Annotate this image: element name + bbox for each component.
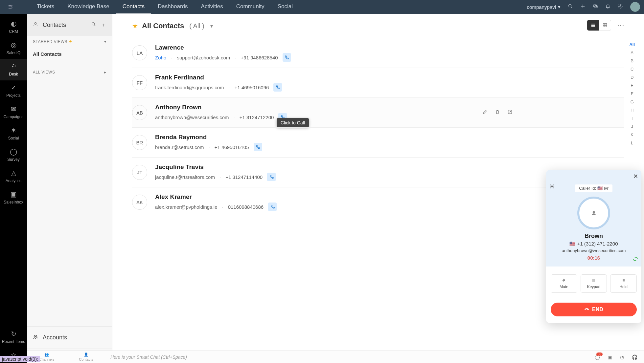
inbox-icon[interactable]: ▣ (608, 354, 612, 360)
app-social[interactable]: ✶Social (0, 123, 27, 144)
svg-rect-29 (624, 279, 624, 281)
keypad-button[interactable]: Keypad (581, 274, 607, 293)
alpha-i[interactable]: I (629, 116, 635, 121)
group-label-text: STARRED VIEWS (33, 39, 67, 44)
contact-email: alex.kramer@pvpholdings.ie (155, 204, 218, 210)
keypad-icon (592, 278, 596, 283)
avatar: FF (132, 75, 147, 90)
alpha-h[interactable]: H (629, 108, 635, 113)
starred-views-label[interactable]: STARRED VIEWS ★ ▾ (27, 36, 112, 47)
app-label: Recent Items (2, 339, 25, 344)
alpha-l[interactable]: L (629, 140, 635, 145)
sidebar-item-all-contacts[interactable]: All Contacts (27, 47, 112, 61)
contact-row[interactable]: AB Anthony Brown anthonybrown@wesecuriti… (132, 97, 624, 127)
contact-name: Frank Ferdinand (155, 74, 282, 81)
alpha-a[interactable]: A (629, 50, 635, 55)
contact-body: Alex Kramer alex.kramer@pvpholdings.ie ·… (155, 193, 277, 211)
app-recent-items[interactable]: ↻Recent Items (0, 327, 27, 348)
call-button[interactable] (267, 173, 276, 181)
alpha-d[interactable]: D (629, 75, 635, 80)
delete-icon[interactable] (495, 109, 500, 116)
end-call-button[interactable]: END (551, 303, 637, 316)
caller-id-value: Ivr (604, 186, 608, 191)
call-button[interactable] (254, 143, 262, 151)
chat-icon[interactable] (593, 4, 598, 10)
hold-button[interactable]: Hold (610, 274, 637, 293)
transfer-icon[interactable] (632, 256, 639, 264)
contact-row[interactable]: LA Lawrence Zoho · support@zohodesk.com … (132, 38, 624, 68)
tab-tickets[interactable]: Tickets (30, 0, 61, 14)
mute-button[interactable]: Mute (551, 274, 577, 293)
open-icon[interactable] (507, 109, 513, 116)
app-crm[interactable]: ◐CRM (0, 16, 27, 38)
search-icon[interactable] (91, 22, 96, 28)
tab-activities[interactable]: Activities (195, 0, 230, 14)
app-label: Analytics (6, 179, 21, 183)
alpha-f[interactable]: F (629, 91, 635, 96)
more-menu-icon[interactable]: ⋯ (617, 21, 624, 30)
bell-icon[interactable] (605, 4, 610, 10)
coin-icon[interactable]: ◯50 (595, 354, 600, 360)
app-salesiq[interactable]: ◎SalesIQ (0, 38, 27, 59)
call-button[interactable] (273, 83, 282, 92)
grid-view-button[interactable] (599, 20, 611, 31)
alpha-b[interactable]: B (629, 58, 635, 63)
star-icon[interactable]: ★ (132, 22, 138, 30)
mute-label: Mute (560, 285, 568, 289)
separator-dot: · (234, 115, 235, 120)
topbar-tabs: Tickets Knowledge Base Contacts Dashboar… (30, 0, 299, 14)
accounts-icon (33, 334, 38, 341)
app-survey[interactable]: ◯Survey (0, 144, 27, 166)
contact-row[interactable]: BR Brenda Raymond brenda.r@setrust.com ·… (132, 127, 624, 157)
smart-chat-input[interactable]: Here is your Smart Chat (Ctrl+Space) (106, 354, 595, 360)
app-label: Projects (6, 93, 20, 98)
close-icon[interactable]: ✕ (633, 173, 638, 180)
chevron-down-icon[interactable]: ▾ (210, 23, 213, 29)
user-avatar[interactable] (630, 2, 640, 12)
app-desk[interactable]: ⚐Desk (0, 59, 27, 80)
contact-email: anthonybrown@wesecurities.com (155, 115, 229, 120)
contact-row[interactable]: FF Frank Ferdinand frank.ferdinand@sggro… (132, 68, 624, 97)
app-projects[interactable]: ✓Projects (0, 80, 27, 102)
sidebar-accounts[interactable]: Accounts (27, 326, 112, 349)
tab-social[interactable]: Social (271, 0, 299, 14)
edit-icon[interactable] (482, 109, 488, 116)
headset-icon[interactable]: 🎧 (632, 354, 637, 360)
alpha-c[interactable]: C (629, 67, 635, 72)
bottom-tab-contacts[interactable]: 👤Contacts (66, 352, 106, 361)
tab-contacts[interactable]: Contacts (116, 0, 151, 14)
gear-icon[interactable] (549, 184, 555, 190)
sidebar-title: Contacts (43, 22, 86, 29)
alpha-index: All A B C D E F G H I J K L (629, 42, 635, 145)
keypad-label: Keypad (587, 285, 601, 289)
call-button[interactable] (268, 203, 277, 211)
alpha-j[interactable]: J (629, 124, 635, 129)
all-views-label[interactable]: ALL VIEWS ▸ (27, 67, 112, 78)
contact-org[interactable]: Zoho (155, 55, 166, 60)
plus-icon[interactable]: ＋ (101, 22, 106, 29)
gear-icon[interactable] (618, 4, 623, 10)
tab-knowledge-base[interactable]: Knowledge Base (61, 0, 116, 14)
alpha-k[interactable]: K (629, 132, 635, 137)
topbar-collapse-icon[interactable] (4, 4, 17, 10)
tab-community[interactable]: Community (230, 0, 271, 14)
svg-rect-12 (605, 24, 607, 25)
alpha-all[interactable]: All (629, 42, 635, 47)
app-salesinbox[interactable]: ▣SalesInbox (0, 187, 27, 208)
alpha-e[interactable]: E (629, 83, 635, 88)
tab-dashboards[interactable]: Dashboards (151, 0, 195, 14)
svg-rect-10 (591, 26, 595, 27)
app-analytics[interactable]: △Analytics (0, 166, 27, 187)
salesiq-icon: ◎ (10, 41, 17, 49)
call-phone: 🇺🇸 +1 (312) 471-2200 (551, 241, 637, 247)
plus-icon[interactable] (580, 4, 586, 10)
list-view-button[interactable] (587, 20, 599, 31)
search-icon[interactable] (568, 4, 573, 10)
call-button[interactable] (283, 53, 291, 62)
company-switcher[interactable]: companypavi ▾ (527, 4, 561, 10)
clock-icon[interactable]: ◔ (620, 354, 624, 360)
app-campaigns[interactable]: ✉Campaigns (0, 102, 27, 123)
flag-icon: 🇺🇸 (597, 186, 603, 191)
alpha-g[interactable]: G (629, 99, 635, 104)
svg-point-5 (92, 23, 95, 25)
